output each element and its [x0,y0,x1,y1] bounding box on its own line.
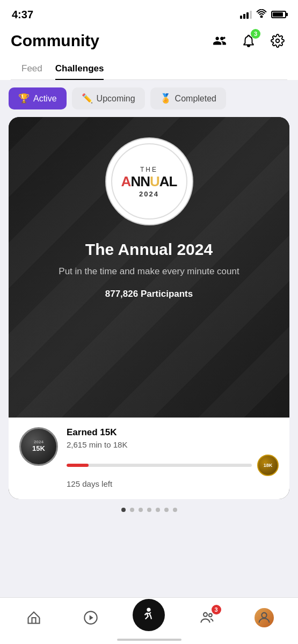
battery-icon [271,11,286,18]
dot-5[interactable] [156,508,160,512]
filter-completed-label: Completed [175,94,216,104]
main-content: THE ANNUAL 2024 The Annual 2024 Put in t… [0,117,298,526]
header: Community 3 Feed [0,27,298,80]
svg-point-1 [276,39,280,43]
bottom-nav: 3 [0,597,298,644]
progress-bar-bg [67,464,252,467]
badge-label: 15K [32,444,45,452]
filter-completed[interactable]: 🏅 Completed [150,87,226,109]
dot-7[interactable] [173,508,177,512]
dot-6[interactable] [164,508,169,512]
status-time: 4:37 [12,9,33,21]
filter-upcoming-label: Upcoming [97,94,135,104]
runner-icon [141,607,157,623]
medal-icon: 🏅 [160,93,171,104]
profile-button[interactable] [249,605,279,631]
dot-4[interactable] [147,508,151,512]
avatar [255,608,274,627]
svg-marker-3 [90,615,93,620]
home-indicator [117,639,181,641]
notification-badge: 3 [251,29,260,39]
header-top: Community 3 [11,31,287,50]
signal-icon [240,11,252,19]
remaining-label: 2,615 min to 18K [67,440,279,449]
svg-point-4 [148,609,150,611]
add-person-icon [213,34,227,48]
notifications-button[interactable]: 3 [239,31,258,50]
current-badge: 2024 15K [19,427,58,466]
challenge-banner: THE ANNUAL 2024 The Annual 2024 Put in t… [9,117,289,418]
progress-bar-wrap: 18K [67,455,279,476]
dot-3[interactable] [139,508,143,512]
days-left: 125 days left [67,479,279,488]
filter-active-label: Active [33,94,57,104]
earned-label: Earned 15K [67,427,279,438]
challenge-description: Put in the time and make every minute co… [59,265,239,278]
next-badge-label: 18K [264,463,273,468]
filter-bar: 🏆 Active ✏️ Upcoming 🏅 Completed [0,80,298,117]
add-person-button[interactable] [210,31,229,50]
svg-point-5 [203,613,207,617]
main-tabs: Feed Challenges [11,58,287,80]
logo-annual-text: ANNUAL [121,174,177,189]
logo-year-text: 2024 [139,190,159,198]
challenge-card: THE ANNUAL 2024 The Annual 2024 Put in t… [9,117,289,499]
community-badge: 3 [212,605,221,614]
svg-point-6 [209,613,212,617]
tab-challenges[interactable]: Challenges [55,58,104,79]
page-title: Community [11,32,99,50]
home-button[interactable] [19,605,49,631]
pencil-icon: ✏️ [82,93,93,104]
logo-the-text: THE [140,166,158,173]
filter-active[interactable]: 🏆 Active [9,87,67,109]
status-icons [240,9,286,20]
svg-point-0 [261,16,263,18]
profile-avatar-icon [257,610,272,625]
challenge-logo: THE ANNUAL 2024 [106,138,192,224]
progress-card: 2024 15K Earned 15K 2,615 min to 18K 18K… [9,418,289,499]
settings-button[interactable] [268,31,287,50]
filter-upcoming[interactable]: ✏️ Upcoming [72,87,145,109]
next-badge: 18K [257,455,279,476]
dot-1[interactable] [121,508,126,512]
play-button[interactable] [76,605,106,631]
dot-2[interactable] [130,508,134,512]
challenge-title: The Annual 2024 [85,240,213,259]
home-icon [26,610,41,625]
progress-info: Earned 15K 2,615 min to 18K 18K 125 days… [67,427,279,488]
header-actions: 3 [210,31,287,50]
activity-button[interactable] [133,599,165,631]
trophy-icon: 🏆 [18,93,30,104]
pagination-dots [9,499,289,517]
svg-point-7 [261,613,266,618]
progress-bar-fill [67,464,89,467]
challenge-participants: 877,826 Participants [105,289,193,299]
play-icon [83,610,98,625]
wifi-icon [256,9,267,20]
tab-feed[interactable]: Feed [21,58,42,79]
gear-icon [271,34,285,48]
community-button[interactable]: 3 [192,605,222,631]
status-bar: 4:37 [0,0,298,27]
